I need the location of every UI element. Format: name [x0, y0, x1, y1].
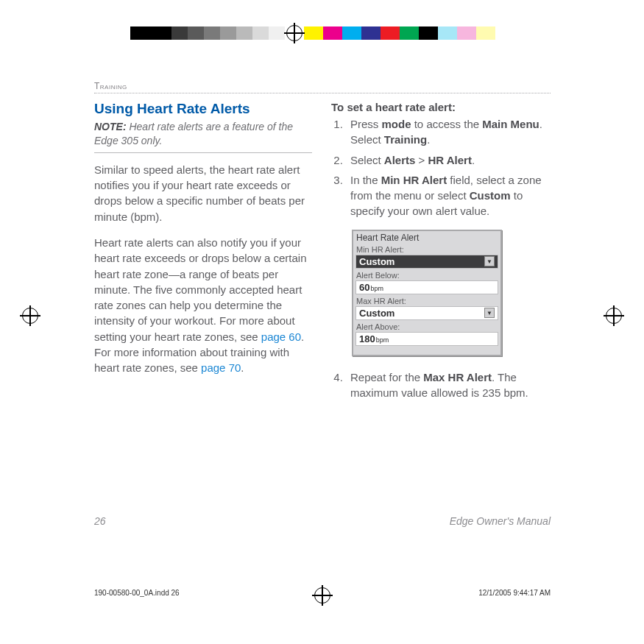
section-heading: Using Heart Rate Alerts — [94, 101, 312, 117]
device-label-max: Max HR Alert: — [353, 296, 500, 306]
procedure-heading: To set a heart rate alert: — [331, 101, 549, 113]
step-4: Repeat for the Max HR Alert. The maximum… — [346, 369, 549, 401]
page-footer: 26 Edge Owner's Manual — [94, 515, 551, 527]
registration-top — [0, 25, 644, 41]
step-1: Press mode to access the Main Menu. Sele… — [346, 116, 549, 148]
page-content: Training Using Heart Rate Alerts NOTE: H… — [94, 81, 551, 405]
device-label-above: Alert Above: — [353, 322, 500, 332]
paragraph-2: Heart rate alerts can also notify you if… — [94, 235, 312, 376]
paragraph-1: Similar to speed alerts, the heart rate … — [94, 162, 312, 224]
page-link-60[interactable]: page 60 — [261, 330, 301, 343]
grayscale-bar — [130, 26, 285, 40]
device-screenshot: Heart Rate Alert Min HR Alert: Custom▼ A… — [352, 230, 502, 356]
prepress-footer: 190-00580-00_0A.indd 26 12/1/2005 9:44:1… — [94, 589, 551, 597]
indd-file: 190-00580-00_0A.indd 26 — [94, 589, 180, 597]
device-title: Heart Rate Alert — [353, 231, 500, 244]
device-field-alert-below: 60bpm — [355, 280, 498, 294]
note-label: NOTE: — [94, 121, 127, 132]
device-field-max-alert: Custom▼ — [355, 306, 498, 320]
procedure-list-cont: Repeat for the Max HR Alert. The maximum… — [331, 369, 549, 401]
device-field-min-alert: Custom▼ — [355, 255, 498, 269]
left-column: Using Heart Rate Alerts NOTE: Heart rate… — [94, 99, 312, 405]
chapter-label: Training — [94, 81, 551, 93]
right-column: To set a heart rate alert: Press mode to… — [331, 99, 549, 405]
color-bar — [304, 26, 514, 40]
page-number: 26 — [94, 515, 106, 527]
dropdown-icon: ▼ — [484, 308, 495, 318]
dropdown-icon: ▼ — [484, 256, 495, 266]
device-field-alert-above: 180bpm — [355, 332, 498, 346]
step-3: In the Min HR Alert field, select a zone… — [346, 172, 549, 219]
registration-mark-right — [606, 308, 622, 324]
registration-mark-left — [22, 308, 38, 324]
page-link-70[interactable]: page 70 — [201, 361, 241, 374]
doc-title: Edge Owner's Manual — [450, 515, 551, 527]
registration-mark — [286, 25, 302, 41]
device-label-min: Min HR Alert: — [353, 244, 500, 255]
timestamp: 12/1/2005 9:44:17 AM — [478, 589, 551, 597]
note-block: NOTE: Heart rate alerts are a feature of… — [94, 120, 312, 153]
procedure-list: Press mode to access the Main Menu. Sele… — [331, 116, 549, 219]
step-2: Select Alerts > HR Alert. — [346, 152, 549, 168]
device-label-below: Alert Below: — [353, 270, 500, 280]
